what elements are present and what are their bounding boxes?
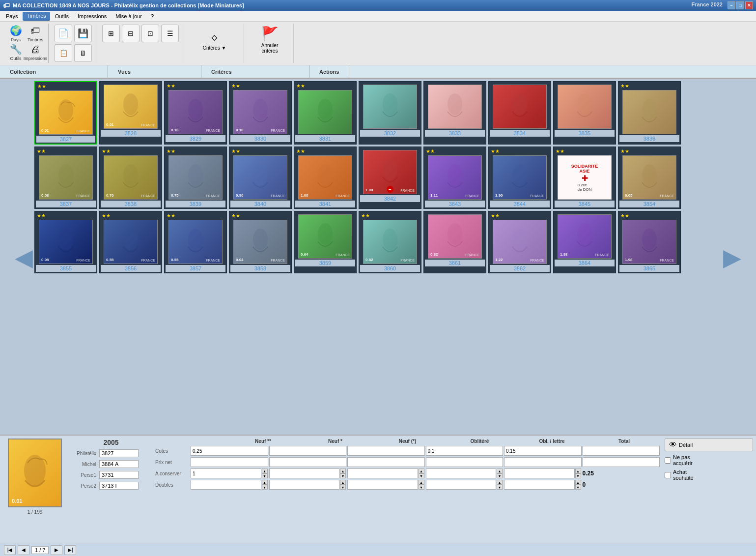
perso2-input[interactable]	[99, 482, 139, 490]
view2-button[interactable]: ⊟	[122, 25, 140, 42]
spin-up-3[interactable]: ▲	[419, 468, 424, 473]
stamp-3843[interactable]: ★★ 1.11 FRANCE 3843	[423, 146, 486, 209]
doubles-oblitere-input[interactable]	[426, 480, 497, 490]
stamp-3862[interactable]: ★★ 1.22 FRANCE 3862	[488, 211, 551, 273]
stamp-3837[interactable]: ★★ 0.58 FRANCE 3837	[34, 146, 97, 209]
view4-button[interactable]: ☰	[161, 25, 179, 42]
nav-next-button[interactable]: ▶	[51, 545, 62, 555]
spin-up[interactable]: ▲	[262, 468, 268, 473]
spin-down-10[interactable]: ▼	[575, 485, 581, 490]
stamp-3860[interactable]: ★★ 0.82 FRANCE 3860	[359, 211, 421, 273]
prix-neuf0[interactable]	[347, 457, 425, 467]
stamp-3839[interactable]: ★★ 0.75 FRANCE 3839	[164, 146, 227, 209]
prix-neuf1[interactable]	[269, 457, 347, 467]
stamp-3854[interactable]: ★★ 0.05 FRANCE 3854	[618, 146, 681, 209]
stamp-3845[interactable]: ★★ SOLIDARITÉASIE ✚ 0.20€de DON 3845	[553, 146, 616, 209]
stamp-3859[interactable]: 0.64 FRANCE 3859	[294, 211, 357, 273]
menu-timbres[interactable]: Timbres	[23, 12, 50, 21]
stamp-3841[interactable]: ★★ 1.00 FRANCE 3841	[294, 146, 357, 209]
cotes-obl-lettre-input[interactable]	[504, 446, 582, 456]
stamp-3842[interactable]: 1.00 FRANCE − 3842	[359, 146, 421, 209]
pays-button[interactable]: 🌍 Pays	[7, 25, 25, 42]
menu-impressions[interactable]: Impressions	[74, 12, 111, 20]
a-conserver-neuf0-input[interactable]	[347, 468, 418, 478]
stamp-3833[interactable]: 3833	[423, 81, 486, 145]
annuler-button[interactable]: 🚩 Annulercritères	[250, 25, 289, 54]
impressions-button[interactable]: 🖨 Impressions	[27, 43, 44, 61]
screen-button[interactable]: 🖥	[74, 44, 92, 62]
perso1-input[interactable]	[99, 471, 139, 479]
a-conserver-oblitere-input[interactable]	[426, 468, 497, 478]
spin-up-9[interactable]: ▲	[497, 480, 503, 485]
spin-up-6[interactable]: ▲	[262, 480, 268, 485]
stamp-3840[interactable]: ★★ 0.90 FRANCE 3840	[229, 146, 292, 209]
stamp-3857[interactable]: ★★ 0.55 FRANCE 3857	[164, 211, 227, 273]
a-conserver-obl-lettre-input[interactable]	[504, 468, 575, 478]
stamp-3829[interactable]: ★★ 0.10 FRANCE 3829	[164, 81, 227, 145]
maximize-button[interactable]: □	[736, 1, 744, 9]
spin-down-6[interactable]: ▼	[262, 485, 268, 490]
stamp-3861[interactable]: 0.82 FRANCE 3861	[423, 211, 486, 273]
view3-button[interactable]: ⊡	[141, 25, 159, 42]
stamp-3827[interactable]: ★★ 0.01 FRANCE 3827	[34, 81, 97, 145]
outils-button[interactable]: 🔧 Outils	[7, 43, 25, 61]
spin-up-10[interactable]: ▲	[575, 480, 581, 485]
doubles-neuf1-input[interactable]	[269, 480, 340, 490]
stamp-3865[interactable]: ★★ 1.98 FRANCE 3865	[618, 211, 681, 273]
doubles-obl-lettre-input[interactable]	[504, 480, 575, 490]
menu-pays[interactable]: Pays	[2, 12, 22, 20]
minimize-button[interactable]: −	[728, 1, 735, 9]
menu-mise-a-jour[interactable]: Mise à jour	[112, 12, 146, 20]
stamp-3838[interactable]: ★★ 0.70 FRANCE 3838	[99, 146, 162, 209]
stamp-3844[interactable]: ★★ 1.90 FRANCE 3844	[488, 146, 551, 209]
close-button[interactable]: ✕	[745, 1, 753, 9]
michel-input[interactable]	[99, 460, 139, 468]
spin-down[interactable]: ▼	[262, 473, 268, 478]
stamp-3856[interactable]: ★★ 0.55 FRANCE 3856	[99, 211, 162, 273]
prix-total[interactable]	[583, 457, 660, 467]
doubles-neuf0-input[interactable]	[347, 480, 418, 490]
spin-down-4[interactable]: ▼	[497, 473, 503, 478]
nav-first-button[interactable]: |◀	[4, 545, 16, 555]
timbres-button[interactable]: 🏷 Timbres	[27, 25, 44, 42]
achat-souhaite-checkbox[interactable]	[665, 472, 671, 478]
stamp-3855[interactable]: ★★ 0.05 FRANCE 3855	[34, 211, 97, 273]
stamp-3834[interactable]: 3834	[488, 81, 551, 145]
stamp-3835[interactable]: 3835	[553, 81, 616, 145]
spin-up-7[interactable]: ▲	[340, 480, 346, 485]
detail-button[interactable]: 👁 Détail	[665, 439, 753, 451]
criteres-button[interactable]: ⬦ Critères ▼	[195, 25, 234, 54]
stamp-3858[interactable]: ★★ 0.64 FRANCE 3858	[229, 211, 292, 273]
spin-down-9[interactable]: ▼	[497, 485, 503, 490]
prix-obl-lettre[interactable]	[504, 457, 582, 467]
stamp-3864[interactable]: 1.98 FRANCE 3864	[553, 211, 616, 273]
stamp-3830[interactable]: ★★ 0.10 FRANCE 3830	[229, 81, 292, 145]
menu-outils[interactable]: Outils	[51, 12, 73, 20]
spin-down-8[interactable]: ▼	[419, 485, 424, 490]
ne-pas-acquerir-checkbox[interactable]	[665, 457, 671, 464]
cotes-neuf2-input[interactable]	[191, 446, 268, 456]
save-button[interactable]: 💾	[74, 25, 92, 42]
spin-up-2[interactable]: ▲	[340, 468, 346, 473]
spin-up-4[interactable]: ▲	[497, 468, 503, 473]
stamp-3828[interactable]: 0.01 FRANCE 3828	[99, 81, 162, 145]
spin-up-8[interactable]: ▲	[419, 480, 424, 485]
stamp-3831[interactable]: ★★ 3831	[294, 81, 357, 145]
prev-page-arrow[interactable]: ◀	[15, 243, 33, 271]
view1-button[interactable]: ⊞	[102, 25, 120, 42]
spin-down-5[interactable]: ▼	[575, 473, 581, 478]
cotes-neuf1-input[interactable]	[269, 446, 347, 456]
nav-prev-button[interactable]: ◀	[18, 545, 29, 555]
prix-neuf2[interactable]	[191, 457, 268, 467]
spin-up-5[interactable]: ▲	[575, 468, 581, 473]
spin-down-3[interactable]: ▼	[419, 473, 424, 478]
cotes-neuf0-input[interactable]	[347, 446, 425, 456]
menu-help[interactable]: ?	[147, 12, 158, 20]
new-button[interactable]: 📄	[55, 25, 72, 42]
stamp-3836[interactable]: ★★ 3836	[618, 81, 681, 145]
philatelix-input[interactable]	[99, 449, 139, 457]
next-page-arrow[interactable]: ▶	[723, 243, 741, 271]
stamp-3832[interactable]: 3832	[359, 81, 421, 145]
spin-down-2[interactable]: ▼	[340, 473, 346, 478]
a-conserver-neuf2-input[interactable]	[191, 468, 261, 478]
